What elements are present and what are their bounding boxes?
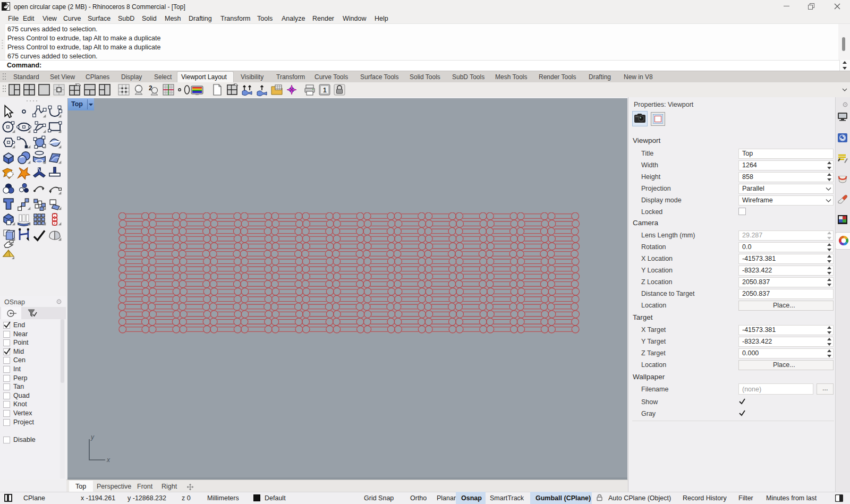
svg-text:1: 1 — [323, 87, 327, 94]
